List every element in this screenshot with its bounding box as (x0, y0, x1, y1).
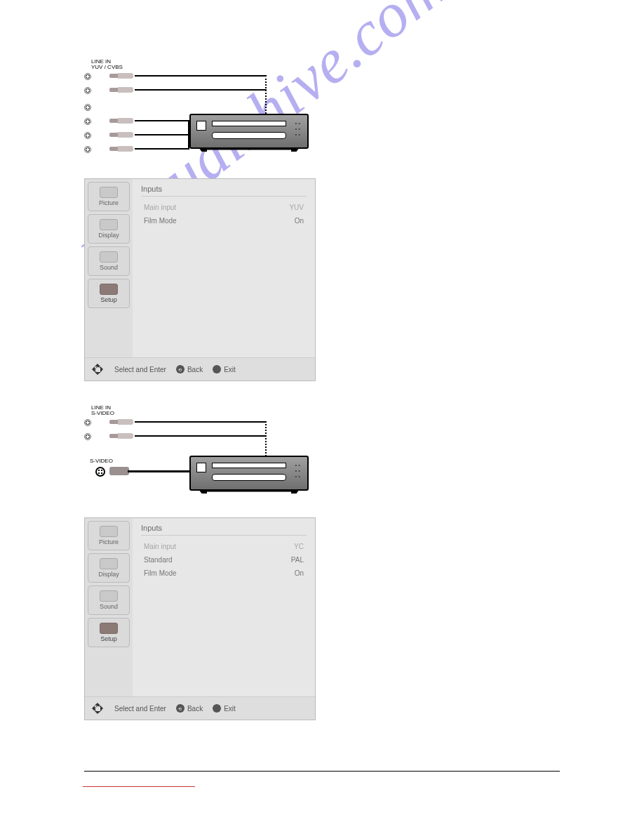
osd-row-standard[interactable]: Standard PAL (141, 553, 307, 567)
cable-line (135, 421, 267, 423)
osd-row-label: Main input (144, 543, 176, 550)
device-panel-icon (196, 463, 206, 472)
tab-label: Picture (99, 538, 119, 545)
device-leds-icon: •••••• (295, 121, 302, 138)
speaker-icon (100, 251, 118, 263)
osd-main-panel: Inputs Main input YC Standard PAL Film M… (133, 518, 315, 696)
osd-hint-back: ⟲ Back (176, 704, 203, 713)
rca-jack-icon (84, 73, 91, 80)
osd-row-main-input[interactable]: Main input YC (141, 540, 307, 553)
rca-jack-icon (84, 118, 91, 125)
cable-line (135, 435, 267, 437)
osd-main-panel: Inputs Main input YUV Film Mode On (133, 179, 315, 357)
osd-section-title: Inputs (141, 183, 307, 197)
svideo-jack-icon (95, 467, 105, 477)
osd-row-value: YC (294, 543, 304, 550)
cable-line (135, 75, 267, 77)
rca-jack-icon (84, 87, 91, 94)
cable-line (128, 470, 189, 472)
device-panel-icon (196, 121, 206, 131)
cable-line (135, 89, 267, 91)
tab-empty (88, 311, 130, 352)
tab-label: Sound (100, 264, 118, 271)
osd-row-value: PAL (291, 556, 304, 564)
svideo-plug-icon (109, 467, 129, 475)
cable-line (135, 148, 189, 150)
svideo-label: S-VIDEO (90, 458, 113, 464)
osd-row-label: Film Mode (144, 217, 177, 225)
osd-row-main-input[interactable]: Main input YUV (141, 201, 307, 214)
diagram2-header: LINE IN S-VIDEO (91, 405, 114, 417)
osd-row-film-mode[interactable]: Film Mode On (141, 214, 307, 227)
tab-label: Setup (100, 296, 117, 303)
osd-hint-back: ⟲ Back (176, 365, 203, 373)
tab-label: Display (98, 571, 119, 578)
tab-setup[interactable]: Setup (88, 618, 130, 647)
rca-jack-icon (84, 104, 91, 111)
tab-sound[interactable]: Sound (88, 585, 130, 615)
dpad-icon (90, 701, 105, 715)
button-icon: ⟲ (176, 365, 185, 373)
osd-hint-select: Select and Enter (114, 705, 166, 713)
osd-row-label: Main input (144, 204, 176, 211)
av-device-icon: •••••• (189, 114, 309, 149)
tab-label: Sound (100, 603, 118, 610)
rca-plug-icon (109, 145, 137, 153)
osd-menu-2: Picture Display Sound Setup Inputs (84, 517, 316, 720)
device-slot-icon (212, 463, 286, 468)
wrench-icon (100, 623, 118, 634)
osd-hint-exit: Exit (213, 365, 236, 373)
diagram1-header: LINE IN YUV / CVBS (91, 59, 123, 71)
rca-jack-icon (84, 433, 91, 440)
sun-icon (100, 187, 118, 198)
osd-hint-exit: Exit (213, 704, 236, 713)
osd-hint-select: Select and Enter (114, 366, 166, 373)
av-device-icon: •••••• (189, 456, 309, 491)
osd-row-film-mode[interactable]: Film Mode On (141, 567, 307, 580)
footer-accent-line (83, 786, 195, 787)
osd-section-title: Inputs (141, 522, 307, 536)
sun-icon (100, 526, 118, 537)
osd-row-value: On (295, 217, 304, 225)
button-icon (213, 365, 221, 373)
connection-diagram-svideo: LINE IN S-VIDEO S-VIDEO •••••• (84, 409, 316, 501)
rca-jack-icon (84, 146, 91, 153)
wrench-icon (100, 284, 118, 295)
rca-plug-icon (109, 117, 137, 125)
tab-sound[interactable]: Sound (88, 246, 130, 276)
button-icon (213, 704, 221, 713)
tab-display[interactable]: Display (88, 214, 130, 244)
dpad-icon (90, 362, 105, 376)
tab-display[interactable]: Display (88, 553, 130, 583)
button-icon: ⟲ (176, 704, 185, 713)
osd-row-label: Standard (144, 556, 173, 564)
tab-setup[interactable]: Setup (88, 279, 130, 308)
device-slot-icon (212, 121, 286, 126)
osd-row-value: YUV (289, 204, 304, 211)
osd-tab-column: Picture Display Sound Setup (85, 179, 133, 357)
monitor-icon (100, 558, 118, 569)
tab-picture[interactable]: Picture (88, 182, 130, 211)
osd-footer: Select and Enter ⟲ Back Exit (85, 357, 315, 380)
connection-diagram-yuv: LINE IN YUV / CVBS •••••• (84, 63, 316, 161)
osd-row-value: On (295, 569, 304, 577)
rca-jack-icon (84, 419, 91, 426)
cable-line (135, 134, 189, 135)
tab-label: Display (98, 232, 119, 239)
rca-plug-icon (109, 86, 137, 94)
osd-footer: Select and Enter ⟲ Back Exit (85, 696, 315, 720)
rca-plug-icon (109, 72, 137, 80)
rca-plug-icon (109, 418, 137, 426)
device-leds-icon: •••••• (295, 463, 302, 479)
footer-rule (84, 771, 560, 772)
monitor-icon (100, 219, 118, 230)
page-content: LINE IN YUV / CVBS •••••• (84, 63, 561, 748)
cable-line (135, 120, 189, 121)
osd-menu-1: Picture Display Sound Setup Inputs (84, 178, 316, 381)
osd-row-label: Film Mode (144, 569, 177, 577)
rca-plug-icon (109, 131, 137, 139)
rca-jack-icon (84, 132, 91, 139)
tab-empty (88, 650, 130, 691)
tab-label: Picture (99, 199, 119, 206)
tab-picture[interactable]: Picture (88, 521, 130, 550)
